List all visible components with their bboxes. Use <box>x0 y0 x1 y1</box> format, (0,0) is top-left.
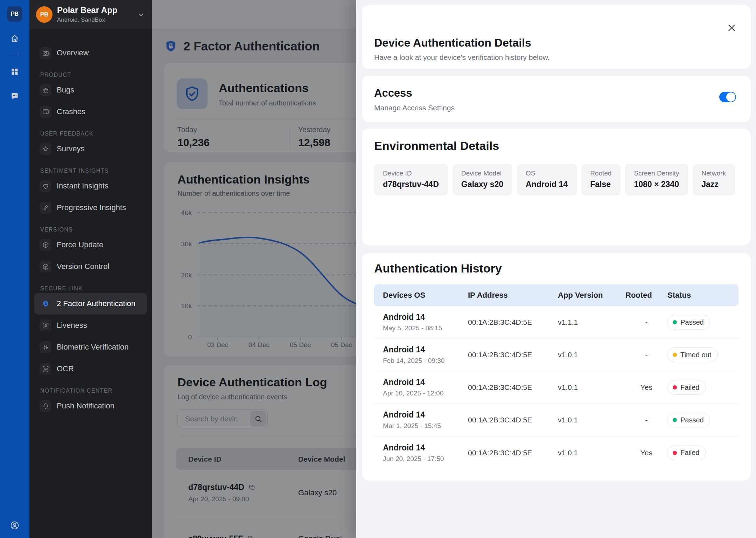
history-rooted: - <box>625 351 667 359</box>
workspace-badge[interactable]: PB <box>7 6 22 22</box>
sidebar-item-label: Surveys <box>57 144 84 153</box>
sidebar-nav: OverviewPRODUCTBugsCrashesUSER FEEDBACKS… <box>29 29 152 417</box>
env-field-rooted: RootedFalse <box>581 164 621 195</box>
history-column-ip-address: IP Address <box>468 291 558 300</box>
env-field-value: Android 14 <box>526 180 568 189</box>
cube-icon <box>40 261 51 273</box>
sidebar-item-push-notification[interactable]: Push Notification <box>34 395 147 417</box>
history-os-cell: Android 14May 5, 2025 - 08:15 <box>374 312 468 332</box>
status-badge: Passed <box>667 413 710 427</box>
sidebar-item-label: Version Control <box>57 262 109 271</box>
history-rooted: - <box>625 318 667 326</box>
history-rooted: - <box>625 416 667 424</box>
history-ip: 00:1A:2B:3C:4D:5E <box>468 449 558 457</box>
history-ip: 00:1A:2B:3C:4D:5E <box>468 351 558 359</box>
history-os: Android 14 <box>383 345 468 354</box>
link-icon <box>40 202 51 214</box>
history-column-app-version: App Version <box>558 291 625 300</box>
history-os: Android 14 <box>383 312 468 322</box>
sidebar-section-label: PRODUCT <box>34 71 147 79</box>
sidebar-section-label: VERSIONS <box>34 226 147 234</box>
sidebar-item-overview[interactable]: Overview <box>34 42 147 64</box>
env-field-label: Network <box>701 170 726 177</box>
env-field-os: OSAndroid 14 <box>517 164 577 195</box>
profile-icon[interactable] <box>10 521 19 530</box>
chevron-down-icon <box>137 11 145 19</box>
sidebar-item-version-control[interactable]: Version Control <box>34 256 147 277</box>
sidebar-item-bugs[interactable]: Bugs <box>34 79 147 101</box>
face-scan-icon <box>40 319 51 331</box>
sidebar-item-biometric-verification[interactable]: Biometric Verification <box>34 336 147 358</box>
env-field-screen-density: Screen Density1080 × 2340 <box>625 164 688 195</box>
status-label: Failed <box>680 384 699 392</box>
history-app-version: v1.1.1 <box>558 318 625 326</box>
sidebar-section-label: SENTIMENT INSIGHTS <box>34 167 147 175</box>
access-title: Access <box>374 87 412 99</box>
status-badge: Passed <box>667 315 710 330</box>
device-details-drawer: Device Authentication Details Have a loo… <box>356 0 756 538</box>
close-icon <box>727 23 736 33</box>
crash-window-icon <box>40 106 51 118</box>
sidebar-item-label: Crashes <box>57 107 85 116</box>
env-field-label: Rooted <box>590 170 611 177</box>
id-scan-icon <box>40 363 51 375</box>
sidebar-item-label: Liveness <box>57 321 87 330</box>
sidebar-item-label: Progressive Insights <box>57 203 126 212</box>
env-field-device-id: Device IDd78qrstuv-44D <box>374 164 448 195</box>
camera-overview-icon <box>40 47 51 59</box>
history-date: Feb 14, 2025 - 09:30 <box>383 357 468 365</box>
status-label: Failed <box>680 449 699 457</box>
app-switcher[interactable]: PB Polar Bear App Android, SandBox <box>29 0 152 29</box>
sidebar-item-surveys[interactable]: Surveys <box>34 138 147 160</box>
app-subtitle: Android, SandBox <box>57 16 137 23</box>
sidebar-item-label: Bugs <box>57 85 74 95</box>
history-card: Authentication History Devices OSIP Addr… <box>362 253 751 481</box>
history-app-version: v1.0.1 <box>558 449 625 457</box>
apps-grid-icon[interactable] <box>10 67 19 76</box>
env-field-value: False <box>590 180 611 189</box>
close-button[interactable] <box>726 22 737 34</box>
status-label: Timed out <box>680 351 711 359</box>
env-field-value: Galaxy s20 <box>461 180 503 189</box>
status-dot-icon <box>673 418 677 422</box>
history-status-cell: Passed <box>667 413 738 427</box>
sidebar-item-liveness[interactable]: Liveness <box>34 315 147 336</box>
access-toggle[interactable] <box>719 92 736 102</box>
env-field-label: Screen Density <box>634 170 679 177</box>
sidebar-item-label: Push Notification <box>57 401 114 411</box>
sidebar-item-progressive-insights[interactable]: Progressive Insights <box>34 197 147 219</box>
status-label: Passed <box>680 416 704 424</box>
sidebar-item-instant-insights[interactable]: Instant Insights <box>34 175 147 197</box>
env-field-label: Device Model <box>461 170 503 177</box>
env-field-network: NetworkJazz <box>693 164 735 195</box>
access-card: Access Manage Access Settings <box>362 76 751 122</box>
sidebar-item-label: Instant Insights <box>57 181 108 191</box>
history-date: Mar 1, 2025 - 15:45 <box>383 422 468 430</box>
toggle-knob <box>726 92 735 102</box>
env-field-label: OS <box>526 170 568 177</box>
status-badge: Timed out <box>667 347 718 362</box>
history-column-rooted: Rooted <box>625 291 667 300</box>
history-row: Android 14Jun 20, 2025 - 17:5000:1A:2B:3… <box>374 436 738 469</box>
sidebar-section-label: SECURE LINK <box>34 284 147 293</box>
status-dot-icon <box>673 320 677 324</box>
sidebar-item-2-factor-authentication[interactable]: 2 Factor Authentication <box>34 293 147 315</box>
chat-icon[interactable] <box>10 92 19 101</box>
fingerprint-icon <box>40 341 51 353</box>
sidebar-section-label: NOTIFICATION CENTER <box>34 387 147 395</box>
sidebar-item-ocr[interactable]: OCR <box>34 358 147 380</box>
home-icon[interactable] <box>10 34 19 43</box>
env-field-label: Device ID <box>383 170 439 177</box>
history-os-cell: Android 14Mar 1, 2025 - 15:45 <box>374 410 468 430</box>
env-field-device-model: Device ModelGalaxy s20 <box>453 164 512 195</box>
history-os: Android 14 <box>383 410 468 420</box>
history-table-header: Devices OSIP AddressApp VersionRootedSta… <box>374 284 738 306</box>
sidebar-item-label: Force Update <box>57 240 103 249</box>
rail-divider <box>10 54 19 54</box>
history-ip: 00:1A:2B:3C:4D:5E <box>468 416 558 424</box>
sidebar-item-crashes[interactable]: Crashes <box>34 101 147 123</box>
history-title: Authentication History <box>374 262 502 275</box>
history-status-cell: Failed <box>667 446 738 460</box>
history-row: Android 14May 5, 2025 - 08:1500:1A:2B:3C… <box>374 306 738 339</box>
sidebar-item-force-update[interactable]: Force Update <box>34 234 147 256</box>
